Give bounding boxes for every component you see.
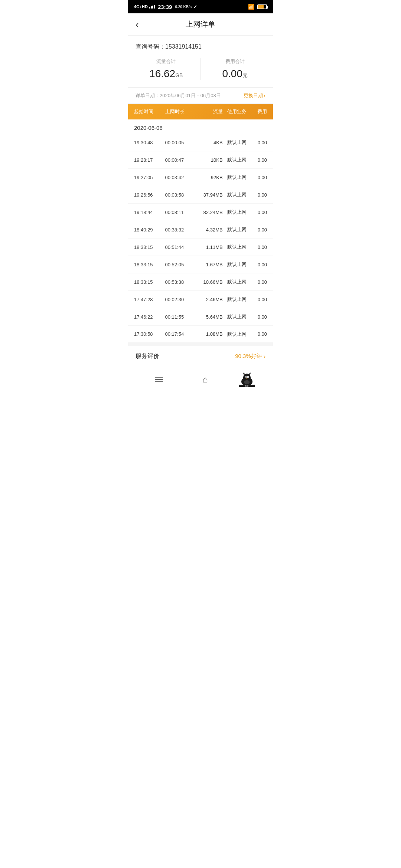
table-header: 起始时间 上网时长 流量 使用业务 费用 bbox=[128, 104, 273, 119]
cell-cost: 0.00 bbox=[251, 244, 267, 250]
cell-duration: 00:00:47 bbox=[165, 157, 196, 163]
cell-flow: 92KB bbox=[196, 175, 223, 180]
flow-summary: 流量合计 16.62GB bbox=[136, 58, 197, 80]
home-icon: ⌂ bbox=[202, 374, 208, 385]
date-change-button[interactable]: 更换日期 › bbox=[244, 92, 265, 99]
flow-value: 16.62GB bbox=[136, 68, 197, 80]
status-bar: 4G+HD 23:39 0.20 KB/s ✓ 📶 bbox=[128, 0, 273, 13]
table-row: 19:30:48 00:00:05 4KB 默认上网 0.00 bbox=[128, 134, 273, 151]
cell-cost: 0.00 bbox=[251, 192, 267, 198]
table-row: 19:26:56 00:03:58 37.94MB 默认上网 0.00 bbox=[128, 186, 273, 204]
speed-label: 0.20 KB/s bbox=[175, 5, 192, 9]
carrier-label: 4G+HD bbox=[134, 4, 148, 9]
blackcat-icon: 黑猫 bbox=[238, 372, 256, 387]
summary-section: 流量合计 16.62GB 费用合计 0.00元 bbox=[128, 55, 273, 88]
status-right: 📶 bbox=[248, 4, 267, 10]
cost-value: 0.00元 bbox=[205, 68, 266, 80]
cell-service: 默认上网 bbox=[223, 174, 252, 181]
cell-flow: 4.32MB bbox=[196, 227, 223, 233]
cell-cost: 0.00 bbox=[251, 279, 267, 285]
cell-flow: 1.11MB bbox=[196, 244, 223, 250]
cell-cost: 0.00 bbox=[251, 140, 267, 145]
svg-point-8 bbox=[244, 380, 250, 385]
cell-duration: 00:03:42 bbox=[165, 175, 196, 180]
cell-time: 17:30:58 bbox=[134, 331, 165, 337]
cell-cost: 0.00 bbox=[251, 157, 267, 163]
cell-service: 默认上网 bbox=[223, 261, 252, 268]
col-header-service: 使用业务 bbox=[223, 108, 252, 115]
svg-point-7 bbox=[248, 377, 249, 378]
cell-cost: 0.00 bbox=[251, 175, 267, 180]
query-label: 查询号码： bbox=[136, 43, 165, 50]
svg-point-1 bbox=[243, 374, 251, 381]
cell-flow: 5.64MB bbox=[196, 314, 223, 320]
cost-label: 费用合计 bbox=[205, 58, 266, 65]
cell-service: 默认上网 bbox=[223, 139, 252, 146]
cell-service: 默认上网 bbox=[223, 244, 252, 250]
cell-duration: 00:00:05 bbox=[165, 140, 196, 145]
cell-duration: 00:52:05 bbox=[165, 262, 196, 267]
cell-service: 默认上网 bbox=[223, 226, 252, 233]
query-section: 查询号码：15331914151 bbox=[128, 36, 273, 55]
cell-cost: 0.00 bbox=[251, 314, 267, 320]
col-header-cost: 费用 bbox=[251, 108, 267, 115]
date-group-header: 2020-06-08 bbox=[128, 119, 273, 134]
table-row: 17:47:28 00:02:30 2.46MB 默认上网 0.00 bbox=[128, 291, 273, 308]
status-left: 4G+HD 23:39 0.20 KB/s ✓ bbox=[134, 4, 197, 10]
bottom-nav: ⌂ 黑猫 bbox=[128, 367, 273, 395]
cell-flow: 1.67MB bbox=[196, 262, 223, 267]
cell-time: 18:33:15 bbox=[134, 279, 165, 285]
service-rating-section[interactable]: 服务评价 90.3%好评 › bbox=[128, 343, 273, 367]
cell-time: 17:46:22 bbox=[134, 314, 165, 320]
cell-cost: 0.00 bbox=[251, 227, 267, 233]
query-number: 15331914151 bbox=[165, 43, 202, 50]
page-title: 上网详单 bbox=[186, 19, 215, 29]
nav-menu[interactable] bbox=[136, 375, 182, 384]
cell-service: 默认上网 bbox=[223, 157, 252, 163]
date-range-label: 详单日期：2020年06月01日－06月08日 bbox=[136, 92, 221, 99]
cell-service: 默认上网 bbox=[223, 331, 252, 338]
nav-blackcat[interactable]: 黑猫 bbox=[228, 372, 265, 387]
date-section: 详单日期：2020年06月01日－06月08日 更换日期 › bbox=[128, 88, 273, 104]
signal-icon bbox=[149, 5, 155, 9]
cost-summary: 费用合计 0.00元 bbox=[205, 58, 266, 80]
cell-service: 默认上网 bbox=[223, 313, 252, 320]
cell-cost: 0.00 bbox=[251, 262, 267, 267]
back-button[interactable]: ‹ bbox=[136, 20, 139, 29]
table-row: 19:18:44 00:08:11 82.24MB 默认上网 0.00 bbox=[128, 204, 273, 221]
col-header-flow: 流量 bbox=[196, 108, 223, 115]
table-row: 18:33:15 00:52:05 1.67MB 默认上网 0.00 bbox=[128, 256, 273, 273]
cell-time: 17:47:28 bbox=[134, 297, 165, 302]
table-row: 19:28:17 00:00:47 10KB 默认上网 0.00 bbox=[128, 151, 273, 169]
nav-home[interactable]: ⌂ bbox=[182, 374, 228, 385]
chevron-right-icon: › bbox=[264, 93, 265, 99]
col-header-time: 起始时间 bbox=[134, 108, 165, 115]
cell-flow: 10KB bbox=[196, 157, 223, 163]
cell-service: 默认上网 bbox=[223, 296, 252, 303]
table-body: 19:30:48 00:00:05 4KB 默认上网 0.00 19:28:17… bbox=[128, 134, 273, 343]
cell-flow: 37.94MB bbox=[196, 192, 223, 198]
cell-duration: 00:53:38 bbox=[165, 279, 196, 285]
cell-cost: 0.00 bbox=[251, 297, 267, 302]
cell-cost: 0.00 bbox=[251, 331, 267, 337]
table-row: 18:33:15 00:53:38 10.66MB 默认上网 0.00 bbox=[128, 273, 273, 291]
cell-duration: 00:17:54 bbox=[165, 331, 196, 337]
cell-time: 18:40:29 bbox=[134, 227, 165, 233]
table-row: 17:30:58 00:17:54 1.08MB 默认上网 0.00 bbox=[128, 326, 273, 343]
cell-time: 19:27:05 bbox=[134, 175, 165, 180]
battery-icon bbox=[257, 4, 267, 9]
summary-divider bbox=[200, 58, 201, 80]
table-row: 18:33:15 00:51:44 1.11MB 默认上网 0.00 bbox=[128, 239, 273, 256]
cell-flow: 4KB bbox=[196, 140, 223, 145]
chevron-right-icon: › bbox=[264, 353, 265, 360]
flow-label: 流量合计 bbox=[136, 58, 197, 65]
col-header-duration: 上网时长 bbox=[165, 108, 196, 115]
cell-duration: 00:38:32 bbox=[165, 227, 196, 233]
cell-time: 19:28:17 bbox=[134, 157, 165, 163]
menu-icon bbox=[153, 375, 164, 384]
svg-point-9 bbox=[247, 378, 248, 379]
cell-flow: 2.46MB bbox=[196, 297, 223, 302]
cell-service: 默认上网 bbox=[223, 191, 252, 198]
cell-duration: 00:02:30 bbox=[165, 297, 196, 302]
service-score[interactable]: 90.3%好评 › bbox=[235, 353, 265, 360]
